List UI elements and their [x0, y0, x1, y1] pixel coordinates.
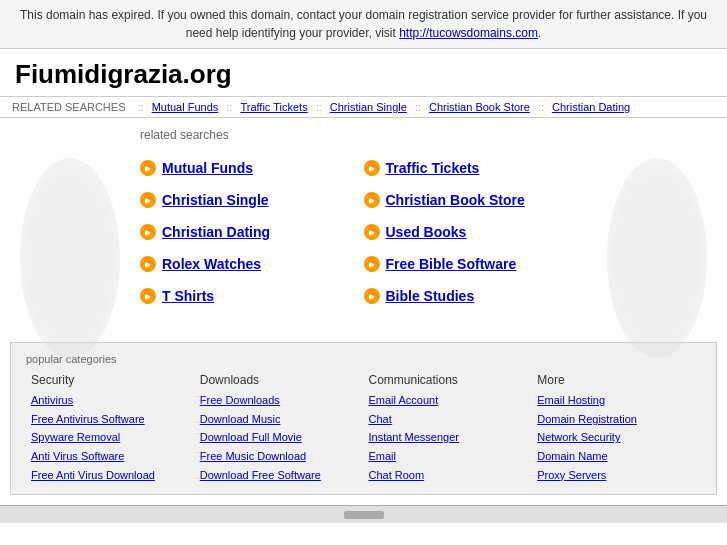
cat-link-email-hosting[interactable]: Email Hosting	[537, 391, 696, 410]
cat-link-domain-registration[interactable]: Domain Registration	[537, 410, 696, 429]
search-link-free-bible-software[interactable]: Free Bible Software	[386, 256, 517, 272]
cat-link-free-anti-virus-download[interactable]: Free Anti Virus Download	[31, 466, 190, 485]
cat-link-download-full-movie[interactable]: Download Full Movie	[200, 428, 359, 447]
arrow-icon	[140, 224, 156, 240]
cat-column-downloads: Downloads Free Downloads Download Music …	[195, 373, 364, 484]
cat-link-network-security[interactable]: Network Security	[537, 428, 696, 447]
cat-link-email[interactable]: Email	[369, 447, 528, 466]
list-item: Free Bible Software	[364, 248, 588, 280]
search-link-t-shirts[interactable]: T Shirts	[162, 288, 214, 304]
cat-link-spyware-removal[interactable]: Spyware Removal	[31, 428, 190, 447]
popular-categories: popular categories Security Antivirus Fr…	[10, 342, 717, 495]
cat-link-proxy-servers[interactable]: Proxy Servers	[537, 466, 696, 485]
related-bar: RELATED SEARCHES :: Mutual Funds :: Traf…	[0, 96, 727, 118]
list-item: Bible Studies	[364, 280, 588, 312]
cat-link-free-music-download[interactable]: Free Music Download	[200, 447, 359, 466]
arrow-icon	[140, 256, 156, 272]
categories-grid: Security Antivirus Free Antivirus Softwa…	[26, 373, 701, 484]
cat-header-downloads: Downloads	[200, 373, 359, 387]
related-bar-link-traffic-tickets[interactable]: Traffic Tickets	[240, 101, 307, 113]
cat-link-free-downloads[interactable]: Free Downloads	[200, 391, 359, 410]
cat-column-communications: Communications Email Account Chat Instan…	[364, 373, 533, 484]
list-item: Christian Dating	[140, 216, 364, 248]
arrow-icon	[140, 160, 156, 176]
search-links-grid: Mutual Funds Traffic Tickets Christian S…	[20, 152, 707, 312]
cat-header-more: More	[537, 373, 696, 387]
arrow-icon	[364, 256, 380, 272]
cat-link-download-music[interactable]: Download Music	[200, 410, 359, 429]
domain-title: Fiumidigrazia.org	[0, 49, 727, 96]
search-link-christian-dating[interactable]: Christian Dating	[162, 224, 270, 240]
cat-header-communications: Communications	[369, 373, 528, 387]
arrow-icon	[364, 192, 380, 208]
list-item: T Shirts	[140, 280, 364, 312]
search-link-used-books[interactable]: Used Books	[386, 224, 467, 240]
list-item: Used Books	[364, 216, 588, 248]
search-link-christian-book-store[interactable]: Christian Book Store	[386, 192, 525, 208]
horizontal-scrollbar[interactable]	[0, 505, 727, 523]
arrow-icon	[140, 288, 156, 304]
notice-link[interactable]: http://tucowsdomains.com	[399, 26, 538, 40]
related-bar-link-christian-dating[interactable]: Christian Dating	[552, 101, 630, 113]
list-item: Christian Book Store	[364, 184, 588, 216]
expired-notice: This domain has expired. If you owned th…	[0, 0, 727, 49]
related-bar-link-christian-single[interactable]: Christian Single	[330, 101, 407, 113]
cat-link-instant-messenger[interactable]: Instant Messenger	[369, 428, 528, 447]
cat-column-security: Security Antivirus Free Antivirus Softwa…	[26, 373, 195, 484]
search-link-christian-single[interactable]: Christian Single	[162, 192, 269, 208]
search-link-mutual-funds[interactable]: Mutual Funds	[162, 160, 253, 176]
search-link-bible-studies[interactable]: Bible Studies	[386, 288, 475, 304]
arrow-icon	[364, 224, 380, 240]
list-item: Mutual Funds	[140, 152, 364, 184]
cat-link-anti-virus-software[interactable]: Anti Virus Software	[31, 447, 190, 466]
search-link-traffic-tickets[interactable]: Traffic Tickets	[386, 160, 480, 176]
cat-column-more: More Email Hosting Domain Registration N…	[532, 373, 701, 484]
cat-link-antivirus[interactable]: Antivirus	[31, 391, 190, 410]
related-searches-label: related searches	[20, 128, 707, 142]
cat-link-domain-name[interactable]: Domain Name	[537, 447, 696, 466]
arrow-icon	[140, 192, 156, 208]
arrow-icon	[364, 288, 380, 304]
cat-link-email-account[interactable]: Email Account	[369, 391, 528, 410]
notice-text: This domain has expired. If you owned th…	[20, 8, 707, 40]
list-item: Traffic Tickets	[364, 152, 588, 184]
cat-link-download-free-software[interactable]: Download Free Software	[200, 466, 359, 485]
deco-circle-right	[607, 158, 707, 358]
popular-categories-title: popular categories	[26, 353, 701, 365]
cat-link-chat[interactable]: Chat	[369, 410, 528, 429]
list-item: Christian Single	[140, 184, 364, 216]
cat-link-chat-room[interactable]: Chat Room	[369, 466, 528, 485]
scroll-thumb-horizontal	[344, 511, 384, 519]
cat-header-security: Security	[31, 373, 190, 387]
related-bar-label: RELATED SEARCHES	[12, 101, 126, 113]
related-bar-link-mutual-funds[interactable]: Mutual Funds	[152, 101, 219, 113]
search-link-rolex-watches[interactable]: Rolex Watches	[162, 256, 261, 272]
main-content: related searches Mutual Funds Traffic Ti…	[0, 118, 727, 342]
deco-circle-left	[20, 158, 120, 358]
related-bar-link-christian-book-store[interactable]: Christian Book Store	[429, 101, 530, 113]
list-item: Rolex Watches	[140, 248, 364, 280]
arrow-icon	[364, 160, 380, 176]
cat-link-free-antivirus-software[interactable]: Free Antivirus Software	[31, 410, 190, 429]
